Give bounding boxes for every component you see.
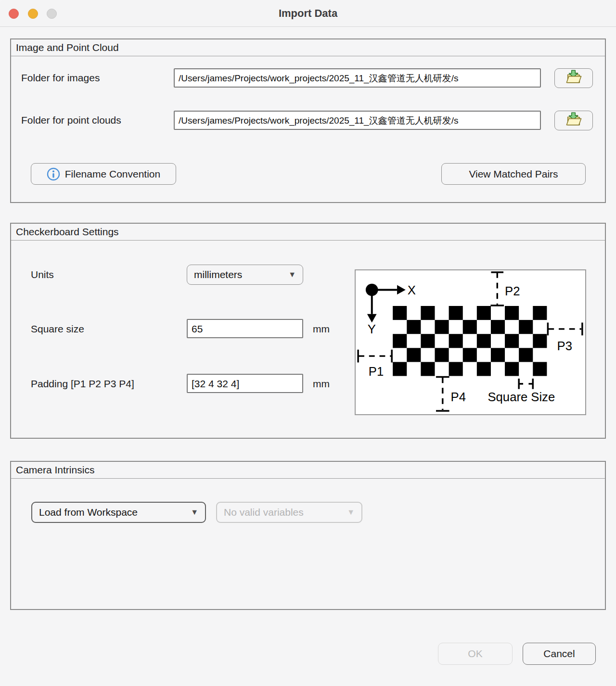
checkerboard-settings-panel-title: Checkerboard Settings [11, 224, 605, 241]
intrinsics-variables-dropdown: No valid variables ▼ [216, 502, 362, 523]
camera-intrinsics-panel: Camera Intrinsics Load from Workspace ▼ … [10, 461, 606, 610]
chevron-down-icon: ▼ [347, 508, 355, 517]
square-size-unit-label: mm [313, 319, 330, 339]
folder-images-input[interactable]: /Users/james/Projects/work_projects/2025… [174, 68, 541, 88]
checkerboard-diagram-svg: XYP2P3P1P4Square Size [356, 270, 585, 414]
ok-button: OK [438, 643, 513, 665]
intrinsics-variables-value: No valid variables [224, 507, 304, 518]
cancel-button[interactable]: Cancel [523, 643, 596, 665]
chevron-down-icon: ▼ [191, 508, 198, 517]
svg-text:P1: P1 [369, 365, 384, 378]
camera-intrinsics-panel-title: Camera Intrinsics [11, 462, 605, 479]
svg-text:Square Size: Square Size [488, 390, 555, 404]
units-dropdown[interactable]: millimeters ▼ [187, 265, 303, 285]
image-point-cloud-panel-title: Image and Point Cloud [11, 39, 605, 56]
folder-import-icon [565, 69, 583, 88]
chevron-down-icon: ▼ [288, 270, 296, 279]
filename-convention-label: Filename Convention [65, 168, 160, 180]
filename-convention-button[interactable]: Filename Convention [31, 163, 176, 185]
units-dropdown-value: millimeters [194, 269, 242, 280]
view-matched-pairs-label: View Matched Pairs [469, 168, 558, 180]
browse-images-button[interactable] [554, 68, 593, 88]
checkerboard-diagram: XYP2P3P1P4Square Size [355, 269, 586, 415]
view-matched-pairs-button[interactable]: View Matched Pairs [441, 163, 586, 185]
browse-point-clouds-button[interactable] [554, 111, 593, 130]
info-icon [47, 167, 60, 181]
folder-point-clouds-input[interactable]: /Users/james/Projects/work_projects/2025… [174, 111, 541, 130]
intrinsics-source-dropdown[interactable]: Load from Workspace ▼ [31, 502, 206, 523]
svg-text:Y: Y [368, 322, 376, 336]
svg-text:P3: P3 [557, 339, 572, 353]
padding-input[interactable]: [32 4 32 4] [187, 374, 303, 393]
padding-label: Padding [P1 P2 P3 P4] [31, 374, 134, 394]
window-title: Import Data [0, 0, 616, 27]
folder-import-icon [565, 111, 583, 130]
folder-images-label: Folder for images [21, 68, 100, 88]
folder-point-clouds-label: Folder for point clouds [21, 111, 121, 130]
intrinsics-source-value: Load from Workspace [39, 507, 138, 518]
units-label: Units [31, 265, 54, 285]
title-bar: Import Data [0, 0, 616, 27]
square-size-input[interactable]: 65 [187, 319, 303, 338]
image-point-cloud-panel: Image and Point Cloud Folder for images … [10, 38, 606, 203]
svg-text:P2: P2 [505, 284, 520, 298]
checkerboard-settings-panel: Checkerboard Settings Units millimeters … [10, 223, 606, 439]
square-size-label: Square size [31, 319, 84, 339]
padding-unit-label: mm [313, 374, 330, 394]
svg-text:X: X [408, 283, 416, 297]
svg-text:P4: P4 [451, 390, 466, 404]
